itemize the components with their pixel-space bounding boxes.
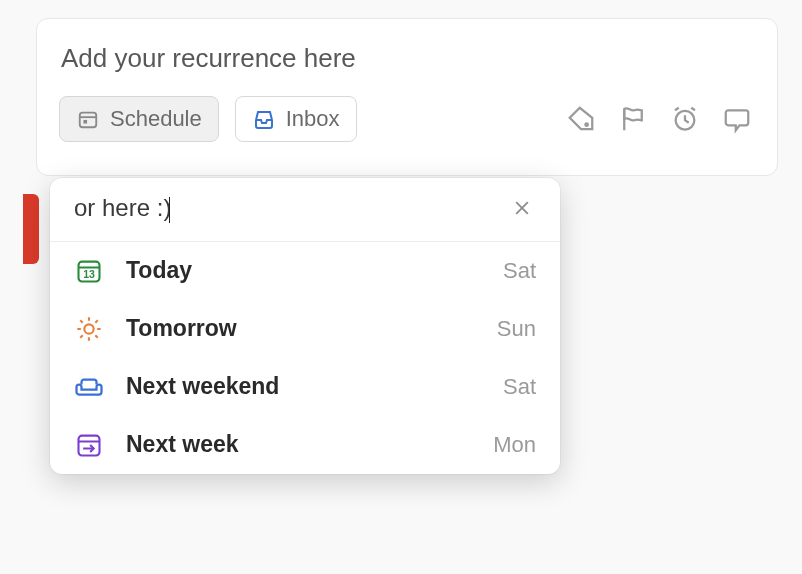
scheduler-popover: or here :) 13 Today Sat xyxy=(50,178,560,474)
option-day: Mon xyxy=(493,432,536,458)
svg-line-15 xyxy=(80,320,82,322)
svg-line-16 xyxy=(95,335,97,337)
selection-accent xyxy=(23,194,39,264)
option-label: Today xyxy=(126,257,481,284)
option-next-weekend[interactable]: Next weekend Sat xyxy=(50,358,560,416)
svg-point-10 xyxy=(84,324,93,333)
calendar-icon xyxy=(76,107,100,131)
svg-point-3 xyxy=(585,123,588,126)
option-label: Next week xyxy=(126,431,471,458)
scheduler-search-row: or here :) xyxy=(50,178,560,241)
option-label: Next weekend xyxy=(126,373,481,400)
option-day: Sat xyxy=(503,374,536,400)
alarm-button[interactable] xyxy=(667,101,703,137)
schedule-chip-label: Schedule xyxy=(110,106,202,132)
text-caret xyxy=(169,197,170,223)
option-next-week[interactable]: Next week Mon xyxy=(50,416,560,474)
inbox-tray-icon xyxy=(252,107,276,131)
svg-rect-19 xyxy=(79,435,100,455)
svg-text:13: 13 xyxy=(83,268,95,280)
arrow-right-box-icon xyxy=(74,430,104,460)
scheduler-search-input[interactable]: or here :) xyxy=(74,194,508,223)
svg-rect-0 xyxy=(80,113,97,128)
option-tomorrow[interactable]: Tomorrow Sun xyxy=(50,300,560,358)
option-day: Sat xyxy=(503,258,536,284)
task-controls-row: Schedule Inbox xyxy=(59,96,755,142)
svg-line-18 xyxy=(95,320,97,322)
clear-search-button[interactable] xyxy=(508,194,536,222)
task-card: Add your recurrence here Schedule Inbox xyxy=(36,18,778,176)
flag-button[interactable] xyxy=(615,101,651,137)
inbox-chip-label: Inbox xyxy=(286,106,340,132)
schedule-chip[interactable]: Schedule xyxy=(59,96,219,142)
option-today[interactable]: 13 Today Sat xyxy=(50,242,560,300)
svg-line-17 xyxy=(80,335,82,337)
tag-button[interactable] xyxy=(563,101,599,137)
couch-icon xyxy=(74,372,104,402)
inbox-chip[interactable]: Inbox xyxy=(235,96,357,142)
comment-button[interactable] xyxy=(719,101,755,137)
option-label: Tomorrow xyxy=(126,315,475,342)
task-title-placeholder[interactable]: Add your recurrence here xyxy=(61,43,755,74)
calendar-13-icon: 13 xyxy=(74,256,104,286)
svg-rect-2 xyxy=(83,120,87,124)
option-day: Sun xyxy=(497,316,536,342)
sun-icon xyxy=(74,314,104,344)
